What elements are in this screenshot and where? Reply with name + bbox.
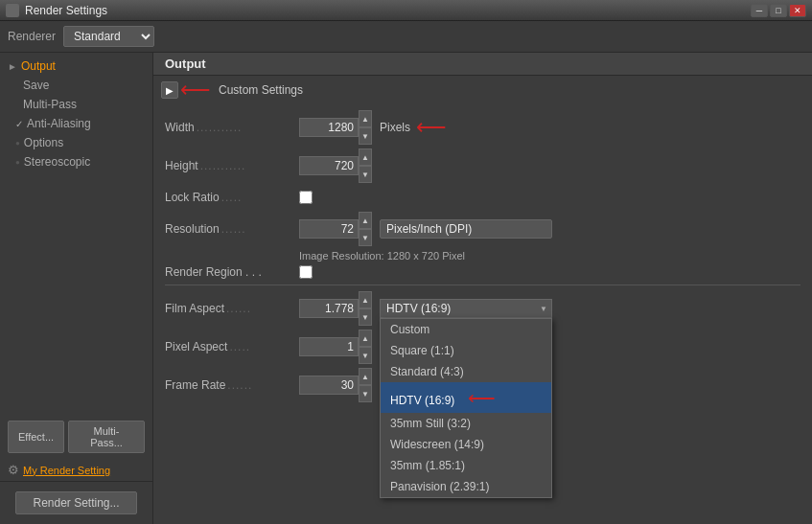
frame-rate-spin-down[interactable]: ▼ bbox=[359, 385, 372, 402]
sidebar-item-antialiasing[interactable]: ✓ Anti-Aliasing bbox=[0, 114, 152, 133]
custom-settings-label: Custom Settings bbox=[219, 83, 303, 97]
film-aspect-input-group: ▲ ▼ bbox=[299, 291, 372, 326]
effect-button[interactable]: Effect... bbox=[8, 421, 64, 453]
film-aspect-spin-down[interactable]: ▼ bbox=[359, 308, 372, 326]
film-aspect-dropdown-trigger[interactable]: HDTV (16:9) ▼ bbox=[380, 299, 552, 318]
renderer-label: Renderer bbox=[8, 30, 56, 43]
close-button[interactable]: ✕ bbox=[789, 4, 806, 17]
divider-1 bbox=[165, 285, 800, 285]
frame-rate-input-group: ▲ ▼ bbox=[299, 368, 372, 402]
dropdown-item-35mm-still[interactable]: 35mm Still (3:2) bbox=[381, 413, 551, 434]
dropdown-item-hdtv[interactable]: HDTV (16:9) ⟵ bbox=[381, 382, 551, 413]
render-region-row: Render Region . . . bbox=[165, 265, 800, 279]
resolution-spin-up[interactable]: ▲ bbox=[359, 212, 372, 229]
film-aspect-spin: ▲ ▼ bbox=[359, 291, 372, 326]
resolution-spin-group: ▲ ▼ bbox=[359, 212, 372, 246]
title-bar-text: Render Settings bbox=[25, 4, 751, 17]
render-setting-button[interactable]: Render Setting... bbox=[15, 491, 137, 514]
dropdown-item-widescreen[interactable]: Widescreen (14:9) bbox=[381, 434, 551, 455]
height-spin-up[interactable]: ▲ bbox=[359, 148, 372, 166]
minimize-button[interactable]: ─ bbox=[751, 4, 768, 17]
height-input-group: ▲ ▼ bbox=[299, 148, 372, 183]
dot-icon-options: ● bbox=[15, 139, 20, 148]
lock-ratio-label: Lock Ratio ..... bbox=[165, 191, 299, 204]
pixel-aspect-spin-down[interactable]: ▼ bbox=[359, 347, 372, 364]
content-area: ► Output Save Multi-Pass ✓ Anti-Aliasing… bbox=[0, 53, 812, 524]
my-render-setting-label: My Render Setting bbox=[23, 465, 110, 476]
image-resolution-info: Image Resolution: 1280 x 720 Pixel bbox=[165, 250, 800, 262]
sidebar-action-buttons: Effect... Multi-Pass... bbox=[0, 415, 152, 459]
sidebar-options-label: Options bbox=[24, 136, 63, 149]
pixel-aspect-label: Pixel Aspect ..... bbox=[165, 340, 299, 353]
width-spin-group: ▲ ▼ bbox=[359, 110, 372, 145]
width-input[interactable] bbox=[299, 118, 359, 137]
render-region-checkbox[interactable] bbox=[299, 265, 313, 279]
multipass-button[interactable]: Multi-Pass... bbox=[68, 421, 145, 453]
sidebar-item-output[interactable]: ► Output bbox=[0, 57, 152, 76]
app-icon bbox=[6, 4, 19, 17]
render-region-label: Render Region . . . bbox=[165, 265, 299, 279]
maximize-button[interactable]: □ bbox=[770, 4, 787, 17]
dropdown-item-panavision[interactable]: Panavision (2.39:1) bbox=[381, 476, 551, 497]
pixel-aspect-spin: ▲ ▼ bbox=[359, 330, 372, 364]
sidebar-item-multipass[interactable]: Multi-Pass bbox=[0, 95, 152, 114]
pixel-aspect-input-group: ▲ ▼ bbox=[299, 330, 372, 364]
dropdown-item-35mm[interactable]: 35mm (1.85:1) bbox=[381, 455, 551, 476]
main-container: Renderer Standard ► Output Save Multi-Pa… bbox=[0, 21, 812, 524]
width-row: Width ........... ▲ ▼ Pixels ⟵ bbox=[165, 110, 800, 145]
height-row: Height ........... ▲ ▼ bbox=[165, 148, 800, 183]
main-panel: Output ▶ ⟵ Custom Settings Width .......… bbox=[153, 53, 812, 524]
film-aspect-row: Film Aspect ...... ▲ ▼ HDTV (16:9) bbox=[165, 291, 800, 326]
dot-icon-stereo: ● bbox=[15, 158, 20, 167]
frame-rate-spin-up[interactable]: ▲ bbox=[359, 368, 372, 385]
custom-settings-arrow[interactable]: ▶ bbox=[161, 81, 178, 99]
sidebar-item-save[interactable]: Save bbox=[0, 76, 152, 95]
dropdown-item-standard[interactable]: Standard (4:3) bbox=[381, 361, 551, 382]
frame-rate-spin: ▲ ▼ bbox=[359, 368, 372, 402]
check-icon: ✓ bbox=[15, 119, 23, 129]
output-triangle-icon: ► bbox=[8, 61, 17, 72]
resolution-spin-down[interactable]: ▼ bbox=[359, 229, 372, 246]
resolution-label: Resolution ...... bbox=[165, 222, 299, 236]
sidebar-multipass-label: Multi-Pass bbox=[23, 98, 77, 111]
resolution-unit-dropdown[interactable]: Pixels/Inch (DPI) Pixels/cm bbox=[380, 219, 552, 239]
resolution-input[interactable] bbox=[299, 219, 359, 239]
height-input[interactable] bbox=[299, 156, 359, 175]
renderer-dropdown[interactable]: Standard bbox=[63, 26, 154, 47]
sidebar-output-label: Output bbox=[21, 59, 56, 73]
sidebar-item-stereoscopic[interactable]: ● Stereoscopic bbox=[0, 152, 152, 171]
sidebar-item-options[interactable]: ● Options bbox=[0, 133, 152, 152]
red-arrow-hdtv: ⟵ bbox=[468, 387, 496, 408]
dropdown-item-custom[interactable]: Custom bbox=[381, 319, 551, 340]
width-label: Width ........... bbox=[165, 121, 299, 134]
sidebar-stereoscopic-label: Stereoscopic bbox=[24, 155, 90, 169]
resolution-row: Resolution ...... ▲ ▼ Pixels/Inch (DPI) bbox=[165, 212, 800, 246]
title-bar: Render Settings ─ □ ✕ bbox=[0, 0, 812, 21]
custom-settings-row: ▶ ⟵ Custom Settings bbox=[153, 76, 812, 104]
pixel-aspect-spin-up[interactable]: ▲ bbox=[359, 330, 372, 347]
width-spin-down[interactable]: ▼ bbox=[359, 127, 372, 145]
film-aspect-input[interactable] bbox=[299, 299, 359, 318]
red-arrow-custom: ⟵ bbox=[180, 80, 211, 101]
width-input-group: ▲ ▼ bbox=[299, 110, 372, 145]
film-aspect-dropdown-arrow: ▼ bbox=[540, 305, 547, 313]
pixel-aspect-input[interactable] bbox=[299, 337, 359, 356]
film-aspect-dropdown-container: HDTV (16:9) ▼ Custom Square (1:1) Standa… bbox=[380, 299, 552, 318]
pixels-label: Pixels bbox=[380, 121, 410, 134]
height-spin-down[interactable]: ▼ bbox=[359, 166, 372, 183]
film-aspect-spin-up[interactable]: ▲ bbox=[359, 291, 372, 308]
frame-rate-label: Frame Rate ...... bbox=[165, 378, 299, 392]
lock-ratio-checkbox[interactable] bbox=[299, 191, 313, 204]
resolution-input-group: ▲ ▼ bbox=[299, 212, 372, 246]
title-bar-buttons: ─ □ ✕ bbox=[751, 4, 806, 17]
my-render-setting-row[interactable]: ⚙ My Render Setting bbox=[0, 459, 152, 481]
toolbar: Renderer Standard bbox=[0, 21, 812, 53]
dropdown-item-square[interactable]: Square (1:1) bbox=[381, 340, 551, 361]
sidebar-footer: Render Setting... bbox=[0, 481, 152, 520]
film-aspect-label: Film Aspect ...... bbox=[165, 302, 299, 315]
frame-rate-input[interactable] bbox=[299, 376, 359, 395]
output-tab: Output bbox=[153, 53, 812, 76]
red-arrow-pixels: ⟵ bbox=[416, 117, 447, 138]
output-tab-label: Output bbox=[165, 57, 206, 71]
width-spin-up[interactable]: ▲ bbox=[359, 110, 372, 127]
